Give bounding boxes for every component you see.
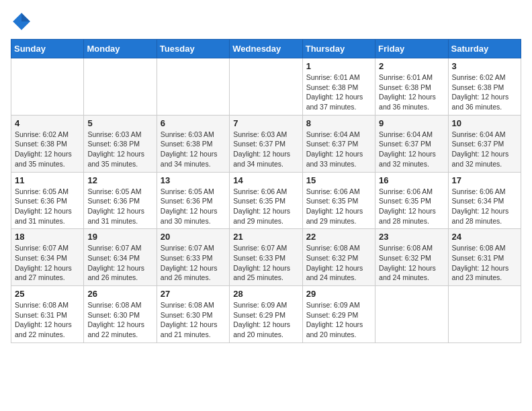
day-number: 24 <box>452 232 517 242</box>
calendar-day-cell: 13Sunrise: 6:05 AM Sunset: 6:36 PM Dayli… <box>157 172 229 229</box>
calendar-day-cell: 8Sunrise: 6:04 AM Sunset: 6:37 PM Daylig… <box>302 115 375 172</box>
day-info: Sunrise: 6:01 AM Sunset: 6:38 PM Dayligh… <box>379 73 444 112</box>
day-info: Sunrise: 6:08 AM Sunset: 6:31 PM Dayligh… <box>452 243 517 283</box>
day-number: 19 <box>87 232 152 242</box>
day-info: Sunrise: 6:07 AM Sunset: 6:33 PM Dayligh… <box>233 243 298 283</box>
day-number: 2 <box>379 61 444 71</box>
day-number: 11 <box>15 175 80 185</box>
day-info: Sunrise: 6:06 AM Sunset: 6:35 PM Dayligh… <box>306 187 371 226</box>
day-number: 29 <box>306 289 371 299</box>
calendar-day-cell: 6Sunrise: 6:03 AM Sunset: 6:38 PM Daylig… <box>157 115 229 172</box>
day-number: 14 <box>233 175 298 185</box>
day-info: Sunrise: 6:05 AM Sunset: 6:36 PM Dayligh… <box>15 187 80 226</box>
weekday-header: Thursday <box>302 40 375 58</box>
logo <box>11 11 35 32</box>
day-info: Sunrise: 6:02 AM Sunset: 6:38 PM Dayligh… <box>15 130 80 169</box>
day-info: Sunrise: 6:03 AM Sunset: 6:38 PM Dayligh… <box>87 130 152 169</box>
page-header <box>11 11 521 32</box>
calendar-day-cell: 12Sunrise: 6:05 AM Sunset: 6:36 PM Dayli… <box>84 172 157 229</box>
calendar-day-cell: 5Sunrise: 6:03 AM Sunset: 6:38 PM Daylig… <box>84 115 157 172</box>
weekday-header: Sunday <box>11 40 84 58</box>
calendar-day-cell: 28Sunrise: 6:09 AM Sunset: 6:29 PM Dayli… <box>230 286 302 343</box>
day-number: 21 <box>233 232 298 242</box>
day-info: Sunrise: 6:04 AM Sunset: 6:37 PM Dayligh… <box>452 130 517 169</box>
calendar-day-cell <box>375 286 448 343</box>
day-number: 4 <box>15 118 80 128</box>
day-number: 7 <box>233 118 298 128</box>
day-info: Sunrise: 6:04 AM Sunset: 6:37 PM Dayligh… <box>379 130 444 169</box>
day-number: 13 <box>161 175 226 185</box>
weekday-header: Wednesday <box>230 40 302 58</box>
calendar-day-cell: 7Sunrise: 6:03 AM Sunset: 6:37 PM Daylig… <box>230 115 302 172</box>
calendar-day-cell <box>157 58 229 116</box>
day-number: 12 <box>87 175 152 185</box>
day-info: Sunrise: 6:07 AM Sunset: 6:33 PM Dayligh… <box>161 243 226 283</box>
calendar-header-row: SundayMondayTuesdayWednesdayThursdayFrid… <box>11 40 521 58</box>
calendar-day-cell: 1Sunrise: 6:01 AM Sunset: 6:38 PM Daylig… <box>302 58 375 116</box>
calendar-day-cell: 18Sunrise: 6:07 AM Sunset: 6:34 PM Dayli… <box>11 229 84 286</box>
day-info: Sunrise: 6:01 AM Sunset: 6:38 PM Dayligh… <box>306 73 371 112</box>
day-number: 10 <box>452 118 517 128</box>
calendar-day-cell: 15Sunrise: 6:06 AM Sunset: 6:35 PM Dayli… <box>302 172 375 229</box>
weekday-header: Monday <box>84 40 157 58</box>
day-number: 26 <box>87 289 152 299</box>
weekday-header: Tuesday <box>157 40 229 58</box>
day-info: Sunrise: 6:08 AM Sunset: 6:32 PM Dayligh… <box>306 243 371 283</box>
day-number: 22 <box>306 232 371 242</box>
day-number: 5 <box>87 118 152 128</box>
day-number: 23 <box>379 232 444 242</box>
calendar-day-cell: 4Sunrise: 6:02 AM Sunset: 6:38 PM Daylig… <box>11 115 84 172</box>
calendar-day-cell: 3Sunrise: 6:02 AM Sunset: 6:38 PM Daylig… <box>448 58 521 116</box>
day-number: 20 <box>161 232 226 242</box>
day-info: Sunrise: 6:08 AM Sunset: 6:30 PM Dayligh… <box>87 300 152 340</box>
day-info: Sunrise: 6:05 AM Sunset: 6:36 PM Dayligh… <box>161 187 226 226</box>
calendar-day-cell: 26Sunrise: 6:08 AM Sunset: 6:30 PM Dayli… <box>84 286 157 343</box>
day-number: 9 <box>379 118 444 128</box>
day-info: Sunrise: 6:08 AM Sunset: 6:32 PM Dayligh… <box>379 243 444 283</box>
day-number: 8 <box>306 118 371 128</box>
day-number: 6 <box>161 118 226 128</box>
calendar-day-cell: 16Sunrise: 6:06 AM Sunset: 6:35 PM Dayli… <box>375 172 448 229</box>
calendar-table: SundayMondayTuesdayWednesdayThursdayFrid… <box>11 39 521 343</box>
calendar-day-cell: 20Sunrise: 6:07 AM Sunset: 6:33 PM Dayli… <box>157 229 229 286</box>
calendar-day-cell: 10Sunrise: 6:04 AM Sunset: 6:37 PM Dayli… <box>448 115 521 172</box>
calendar-day-cell: 23Sunrise: 6:08 AM Sunset: 6:32 PM Dayli… <box>375 229 448 286</box>
weekday-header: Saturday <box>448 40 521 58</box>
calendar-day-cell: 2Sunrise: 6:01 AM Sunset: 6:38 PM Daylig… <box>375 58 448 116</box>
day-info: Sunrise: 6:09 AM Sunset: 6:29 PM Dayligh… <box>233 300 298 340</box>
svg-marker-1 <box>21 13 30 21</box>
calendar-day-cell <box>448 286 521 343</box>
day-info: Sunrise: 6:07 AM Sunset: 6:34 PM Dayligh… <box>87 243 152 283</box>
day-info: Sunrise: 6:04 AM Sunset: 6:37 PM Dayligh… <box>306 130 371 169</box>
day-number: 3 <box>452 61 517 71</box>
calendar-day-cell: 27Sunrise: 6:08 AM Sunset: 6:30 PM Dayli… <box>157 286 229 343</box>
calendar-day-cell: 24Sunrise: 6:08 AM Sunset: 6:31 PM Dayli… <box>448 229 521 286</box>
day-info: Sunrise: 6:02 AM Sunset: 6:38 PM Dayligh… <box>452 73 517 112</box>
calendar-day-cell: 19Sunrise: 6:07 AM Sunset: 6:34 PM Dayli… <box>84 229 157 286</box>
calendar-day-cell: 14Sunrise: 6:06 AM Sunset: 6:35 PM Dayli… <box>230 172 302 229</box>
day-number: 15 <box>306 175 371 185</box>
day-info: Sunrise: 6:03 AM Sunset: 6:38 PM Dayligh… <box>161 130 226 169</box>
calendar-day-cell: 17Sunrise: 6:06 AM Sunset: 6:34 PM Dayli… <box>448 172 521 229</box>
day-info: Sunrise: 6:08 AM Sunset: 6:31 PM Dayligh… <box>15 300 80 340</box>
day-info: Sunrise: 6:06 AM Sunset: 6:35 PM Dayligh… <box>379 187 444 226</box>
calendar-week-row: 18Sunrise: 6:07 AM Sunset: 6:34 PM Dayli… <box>11 229 521 286</box>
calendar-week-row: 11Sunrise: 6:05 AM Sunset: 6:36 PM Dayli… <box>11 172 521 229</box>
day-info: Sunrise: 6:03 AM Sunset: 6:37 PM Dayligh… <box>233 130 298 169</box>
calendar-day-cell <box>230 58 302 116</box>
calendar-week-row: 1Sunrise: 6:01 AM Sunset: 6:38 PM Daylig… <box>11 58 521 116</box>
calendar-day-cell: 21Sunrise: 6:07 AM Sunset: 6:33 PM Dayli… <box>230 229 302 286</box>
calendar-day-cell <box>84 58 157 116</box>
calendar-day-cell: 29Sunrise: 6:09 AM Sunset: 6:29 PM Dayli… <box>302 286 375 343</box>
day-number: 18 <box>15 232 80 242</box>
day-number: 1 <box>306 61 371 71</box>
calendar-day-cell <box>11 58 84 116</box>
calendar-week-row: 4Sunrise: 6:02 AM Sunset: 6:38 PM Daylig… <box>11 115 521 172</box>
calendar-week-row: 25Sunrise: 6:08 AM Sunset: 6:31 PM Dayli… <box>11 286 521 343</box>
logo-icon <box>11 11 32 32</box>
calendar-day-cell: 11Sunrise: 6:05 AM Sunset: 6:36 PM Dayli… <box>11 172 84 229</box>
calendar-day-cell: 9Sunrise: 6:04 AM Sunset: 6:37 PM Daylig… <box>375 115 448 172</box>
day-info: Sunrise: 6:09 AM Sunset: 6:29 PM Dayligh… <box>306 300 371 340</box>
day-info: Sunrise: 6:07 AM Sunset: 6:34 PM Dayligh… <box>15 243 80 283</box>
day-number: 28 <box>233 289 298 299</box>
